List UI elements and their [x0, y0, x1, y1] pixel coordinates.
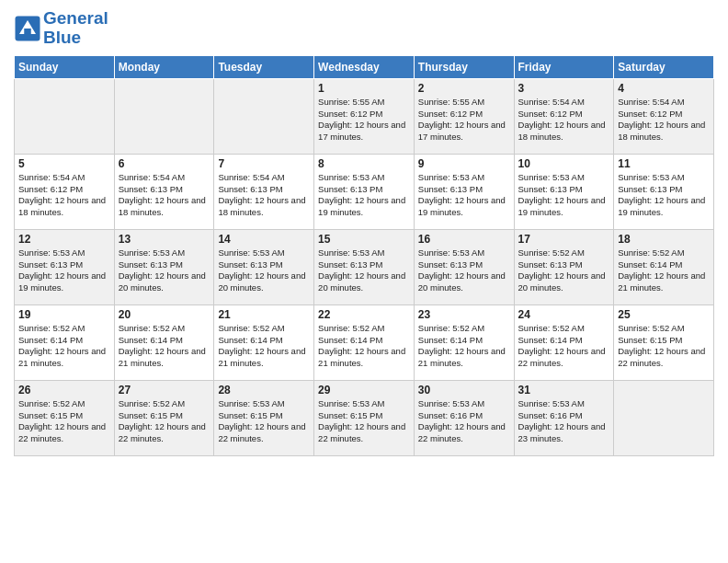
week-row-2: 5Sunrise: 5:54 AM Sunset: 6:12 PM Daylig… [15, 154, 714, 229]
day-info: Sunrise: 5:54 AM Sunset: 6:13 PM Dayligh… [218, 172, 310, 219]
day-number: 26 [18, 384, 110, 396]
day-info: Sunrise: 5:53 AM Sunset: 6:13 PM Dayligh… [119, 247, 210, 294]
day-number: 2 [418, 82, 510, 95]
logo-text: GeneralBlue [43, 9, 108, 48]
day-number: 15 [318, 233, 410, 246]
calendar-cell: 25Sunrise: 5:52 AM Sunset: 6:15 PM Dayli… [614, 304, 714, 380]
day-number: 4 [618, 82, 710, 95]
svg-rect-2 [24, 29, 31, 34]
day-info: Sunrise: 5:52 AM Sunset: 6:15 PM Dayligh… [18, 398, 110, 445]
calendar-cell: 11Sunrise: 5:53 AM Sunset: 6:13 PM Dayli… [614, 154, 714, 229]
calendar-cell [614, 380, 714, 455]
calendar-cell: 31Sunrise: 5:53 AM Sunset: 6:16 PM Dayli… [514, 380, 614, 455]
calendar-cell: 14Sunrise: 5:53 AM Sunset: 6:13 PM Dayli… [214, 229, 314, 304]
calendar-cell: 21Sunrise: 5:52 AM Sunset: 6:14 PM Dayli… [214, 304, 314, 380]
day-number: 13 [119, 233, 210, 246]
day-number: 23 [418, 308, 510, 321]
day-info: Sunrise: 5:54 AM Sunset: 6:12 PM Dayligh… [618, 97, 710, 144]
day-info: Sunrise: 5:54 AM Sunset: 6:12 PM Dayligh… [18, 172, 110, 219]
day-info: Sunrise: 5:52 AM Sunset: 6:14 PM Dayligh… [318, 323, 410, 370]
calendar-cell: 17Sunrise: 5:52 AM Sunset: 6:13 PM Dayli… [514, 229, 614, 304]
day-info: Sunrise: 5:53 AM Sunset: 6:13 PM Dayligh… [18, 247, 110, 294]
day-number: 22 [318, 308, 410, 321]
calendar-cell: 12Sunrise: 5:53 AM Sunset: 6:13 PM Dayli… [15, 229, 115, 304]
day-info: Sunrise: 5:53 AM Sunset: 6:15 PM Dayligh… [318, 398, 410, 445]
calendar-cell: 6Sunrise: 5:54 AM Sunset: 6:13 PM Daylig… [114, 154, 214, 229]
day-number: 30 [418, 384, 510, 396]
day-number: 7 [218, 157, 310, 170]
calendar-cell: 18Sunrise: 5:52 AM Sunset: 6:14 PM Dayli… [614, 229, 714, 304]
header-wednesday: Wednesday [314, 55, 415, 78]
day-number: 24 [518, 308, 610, 321]
calendar-cell: 16Sunrise: 5:53 AM Sunset: 6:13 PM Dayli… [414, 229, 514, 304]
calendar-cell: 2Sunrise: 5:55 AM Sunset: 6:12 PM Daylig… [414, 78, 514, 154]
calendar-cell: 3Sunrise: 5:54 AM Sunset: 6:12 PM Daylig… [514, 78, 614, 154]
day-info: Sunrise: 5:54 AM Sunset: 6:13 PM Dayligh… [119, 172, 210, 219]
day-number: 9 [418, 157, 510, 170]
day-number: 18 [618, 233, 710, 246]
calendar-cell: 8Sunrise: 5:53 AM Sunset: 6:13 PM Daylig… [314, 154, 415, 229]
day-info: Sunrise: 5:52 AM Sunset: 6:14 PM Dayligh… [18, 323, 110, 370]
week-row-1: 1Sunrise: 5:55 AM Sunset: 6:12 PM Daylig… [15, 78, 714, 154]
day-info: Sunrise: 5:53 AM Sunset: 6:13 PM Dayligh… [418, 172, 510, 219]
calendar-cell [15, 78, 115, 154]
day-info: Sunrise: 5:53 AM Sunset: 6:16 PM Dayligh… [518, 398, 610, 445]
day-info: Sunrise: 5:52 AM Sunset: 6:15 PM Dayligh… [119, 398, 210, 445]
header-sunday: Sunday [15, 55, 115, 78]
calendar-cell: 23Sunrise: 5:52 AM Sunset: 6:14 PM Dayli… [414, 304, 514, 380]
day-number: 29 [318, 384, 410, 396]
calendar-cell: 20Sunrise: 5:52 AM Sunset: 6:14 PM Dayli… [114, 304, 214, 380]
day-info: Sunrise: 5:54 AM Sunset: 6:12 PM Dayligh… [518, 97, 610, 144]
day-info: Sunrise: 5:52 AM Sunset: 6:14 PM Dayligh… [518, 323, 610, 370]
week-row-3: 12Sunrise: 5:53 AM Sunset: 6:13 PM Dayli… [15, 229, 714, 304]
day-number: 17 [518, 233, 610, 246]
day-number: 10 [518, 157, 610, 170]
calendar-cell [114, 78, 214, 154]
calendar-cell: 7Sunrise: 5:54 AM Sunset: 6:13 PM Daylig… [214, 154, 314, 229]
day-info: Sunrise: 5:53 AM Sunset: 6:16 PM Dayligh… [418, 398, 510, 445]
day-number: 27 [119, 384, 210, 396]
header-saturday: Saturday [614, 55, 714, 78]
calendar-cell: 13Sunrise: 5:53 AM Sunset: 6:13 PM Dayli… [114, 229, 214, 304]
calendar-cell: 4Sunrise: 5:54 AM Sunset: 6:12 PM Daylig… [614, 78, 714, 154]
calendar-cell: 26Sunrise: 5:52 AM Sunset: 6:15 PM Dayli… [15, 380, 115, 455]
header-row: SundayMondayTuesdayWednesdayThursdayFrid… [15, 55, 714, 78]
day-info: Sunrise: 5:52 AM Sunset: 6:14 PM Dayligh… [418, 323, 510, 370]
calendar-cell: 24Sunrise: 5:52 AM Sunset: 6:14 PM Dayli… [514, 304, 614, 380]
day-info: Sunrise: 5:53 AM Sunset: 6:15 PM Dayligh… [218, 398, 310, 445]
day-number: 25 [618, 308, 710, 321]
day-number: 21 [218, 308, 310, 321]
day-info: Sunrise: 5:53 AM Sunset: 6:13 PM Dayligh… [418, 247, 510, 294]
day-info: Sunrise: 5:53 AM Sunset: 6:13 PM Dayligh… [318, 247, 410, 294]
day-info: Sunrise: 5:52 AM Sunset: 6:14 PM Dayligh… [119, 323, 210, 370]
day-info: Sunrise: 5:53 AM Sunset: 6:13 PM Dayligh… [318, 172, 410, 219]
calendar-cell: 1Sunrise: 5:55 AM Sunset: 6:12 PM Daylig… [314, 78, 415, 154]
day-number: 1 [318, 82, 410, 95]
logo-icon [14, 15, 41, 42]
day-info: Sunrise: 5:52 AM Sunset: 6:13 PM Dayligh… [518, 247, 610, 294]
day-number: 31 [518, 384, 610, 396]
calendar-cell: 30Sunrise: 5:53 AM Sunset: 6:16 PM Dayli… [414, 380, 514, 455]
header-tuesday: Tuesday [214, 55, 314, 78]
day-info: Sunrise: 5:53 AM Sunset: 6:13 PM Dayligh… [618, 172, 710, 219]
day-number: 6 [119, 157, 210, 170]
calendar-cell [214, 78, 314, 154]
day-number: 19 [18, 308, 110, 321]
header-friday: Friday [514, 55, 614, 78]
day-number: 16 [418, 233, 510, 246]
day-number: 8 [318, 157, 410, 170]
day-info: Sunrise: 5:53 AM Sunset: 6:13 PM Dayligh… [218, 247, 310, 294]
day-info: Sunrise: 5:52 AM Sunset: 6:14 PM Dayligh… [618, 247, 710, 294]
day-info: Sunrise: 5:55 AM Sunset: 6:12 PM Dayligh… [318, 97, 410, 144]
day-number: 11 [618, 157, 710, 170]
header-thursday: Thursday [414, 55, 514, 78]
calendar-cell: 29Sunrise: 5:53 AM Sunset: 6:15 PM Dayli… [314, 380, 415, 455]
page-container: GeneralBlue SundayMondayTuesdayWednesday… [0, 0, 728, 465]
calendar-cell: 9Sunrise: 5:53 AM Sunset: 6:13 PM Daylig… [414, 154, 514, 229]
day-number: 20 [119, 308, 210, 321]
day-number: 12 [18, 233, 110, 246]
page-header: GeneralBlue [14, 9, 714, 48]
week-row-4: 19Sunrise: 5:52 AM Sunset: 6:14 PM Dayli… [15, 304, 714, 380]
header-monday: Monday [114, 55, 214, 78]
calendar-cell: 28Sunrise: 5:53 AM Sunset: 6:15 PM Dayli… [214, 380, 314, 455]
